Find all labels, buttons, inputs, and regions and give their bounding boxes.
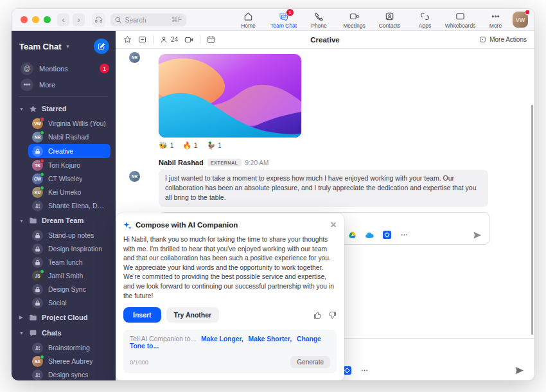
search-placeholder: Search <box>125 16 146 24</box>
members-button[interactable]: 24 <box>160 36 178 44</box>
tab-phone[interactable]: Phone <box>302 10 336 29</box>
minimize-window-button[interactable] <box>32 16 39 23</box>
reaction-fire[interactable]: 🔥1 <box>182 141 197 150</box>
try-another-button[interactable]: Try Another <box>166 307 220 323</box>
ai-companion-popup: Compose with AI Companion ✕ Hi Nabil, th… <box>116 213 344 380</box>
status-online <box>40 172 44 177</box>
close-icon[interactable]: ✕ <box>330 220 337 229</box>
insert-button[interactable]: Insert <box>123 307 161 323</box>
section-dream-team[interactable]: ▼ Dream Team <box>12 213 116 228</box>
tab-more[interactable]: More <box>479 10 513 29</box>
external-badge: EXTERNAL <box>207 159 242 166</box>
ai-instruction-box[interactable]: Tell AI Companion to... Make Longer, Mak… <box>123 330 337 373</box>
avatar: TK <box>32 160 43 171</box>
avatar: NR <box>129 171 140 182</box>
move-to-folder-icon[interactable] <box>138 35 146 44</box>
user-avatar[interactable]: VW <box>513 12 528 28</box>
video-call-icon[interactable] <box>184 35 193 44</box>
more-tools-icon[interactable] <box>359 365 369 375</box>
tab-home[interactable]: Home <box>231 10 265 29</box>
folder-icon <box>29 314 37 322</box>
send-icon[interactable] <box>514 365 524 375</box>
generate-button[interactable]: Generate <box>290 356 330 368</box>
star-channel-icon[interactable] <box>123 35 132 44</box>
chat-header: 24 Creative More Actions <box>116 31 534 49</box>
sidebar-item-stand-up-notes[interactable]: Stand-up notes <box>28 229 110 242</box>
search-input[interactable]: Search ⌘F <box>110 13 186 26</box>
more-actions-button[interactable]: More Actions <box>479 36 527 43</box>
avatar: KU <box>32 187 43 198</box>
tab-apps[interactable]: Apps <box>408 10 442 29</box>
thumbs-up-icon[interactable] <box>313 311 322 319</box>
status-online <box>40 186 44 190</box>
headset-icon[interactable] <box>92 13 105 27</box>
more-actions-icon <box>479 36 486 43</box>
new-chat-button[interactable] <box>94 39 109 54</box>
shared-wallpaper-image[interactable] <box>159 54 301 138</box>
tab-whiteboards[interactable]: Whiteboards <box>443 10 477 29</box>
scrollbar[interactable] <box>531 105 533 335</box>
sidebar-item-creative[interactable]: Creative <box>28 144 110 158</box>
sidebar-item-more[interactable]: ••• More <box>12 76 116 93</box>
reaction-row: 🐝1 🔥1 🦆1 <box>159 141 534 150</box>
tell-ai-placeholder: Tell AI Companion to... <box>130 335 196 343</box>
make-longer-link[interactable]: Make Longer, <box>201 335 243 343</box>
reaction-duck[interactable]: 🦆1 <box>207 141 222 150</box>
zoom-apps-icon[interactable] <box>382 230 392 240</box>
search-icon <box>115 17 121 23</box>
sidebar-item-brainstorming[interactable]: Brainstorming <box>28 341 110 354</box>
group-icon <box>32 200 43 211</box>
more-tools-icon[interactable] <box>399 230 409 240</box>
tab-meetings[interactable]: Meetings <box>337 10 371 29</box>
window-controls[interactable] <box>21 16 51 23</box>
status-dnd <box>40 159 44 163</box>
sidebar-item-tori-kojuro[interactable]: TK Tori Kojuro <box>28 159 110 172</box>
sidebar-item-social[interactable]: Social <box>28 296 110 309</box>
zoom-window-button[interactable] <box>44 16 51 23</box>
send-icon[interactable] <box>472 230 482 240</box>
calendar-icon[interactable] <box>207 35 215 44</box>
group-icon <box>32 370 43 380</box>
mentions-badge: 1 <box>100 64 109 73</box>
section-starred[interactable]: ▼ Starred <box>12 101 116 116</box>
top-bar: ‹ › Search ⌘F Home 1 Team Chat Phone <box>12 9 534 31</box>
team-chat-badge: 1 <box>286 9 294 17</box>
sidebar-item-team-lunch[interactable]: Team lunch <box>28 256 110 269</box>
section-project-cloud[interactable]: ▶ Project Cloud <box>12 310 116 325</box>
sidebar-item-design-syncs[interactable]: Design syncs <box>28 368 110 380</box>
duck-emoji: 🦆 <box>207 141 216 150</box>
google-drive-icon[interactable] <box>347 230 357 240</box>
caret-down-icon: ▼ <box>19 331 24 335</box>
image-message: NR <box>145 54 534 138</box>
status-online <box>40 130 44 135</box>
sidebar-item-kei-umeko[interactable]: KU Kei Umeko <box>28 186 110 199</box>
sender-name: Nabil Rashad <box>159 159 204 166</box>
sidebar-title[interactable]: Team Chat <box>19 42 62 51</box>
tab-contacts[interactable]: Contacts <box>373 10 407 29</box>
sidebar-item-ct-wiseley[interactable]: CW CT Wiseley <box>28 172 110 185</box>
forward-button[interactable]: › <box>73 13 85 26</box>
back-button[interactable]: ‹ <box>57 13 69 26</box>
sidebar-item-shante-elena-group[interactable]: Shante Elena, Daniel Bow... <box>28 199 110 212</box>
thumbs-down-icon[interactable] <box>328 311 337 319</box>
sidebar-item-jamil-smith[interactable]: JS Jamil Smith <box>28 269 110 282</box>
home-icon <box>243 12 253 21</box>
sidebar-item-nabil-rashad[interactable]: NR Nabil Rashad <box>28 130 110 143</box>
reaction-bee[interactable]: 🐝1 <box>159 141 173 150</box>
cloud-storage-icon[interactable] <box>364 230 374 240</box>
sidebar-item-design-sync[interactable]: Design Sync <box>28 283 110 296</box>
section-chats[interactable]: ▼ Chats <box>12 325 116 341</box>
message-meta: Nabil Rashad EXTERNAL 9:20 AM <box>159 159 534 166</box>
lock-icon <box>32 257 43 268</box>
sidebar-item-virginia-willis[interactable]: VW Virginia Willis (You) <box>28 117 110 130</box>
more-icon <box>491 12 500 21</box>
make-shorter-link[interactable]: Make Shorter, <box>249 335 292 343</box>
phone-icon <box>314 12 324 21</box>
sidebar-item-design-inspiration[interactable]: Design Inspiration <box>28 242 110 255</box>
close-window-button[interactable] <box>21 16 28 23</box>
app-window: ‹ › Search ⌘F Home 1 Team Chat Phone <box>12 9 534 380</box>
sidebar-item-sheree-aubrey[interactable]: SA Sheree Aubrey <box>28 355 110 368</box>
tab-team-chat[interactable]: 1 Team Chat <box>267 10 301 29</box>
sidebar-item-mentions[interactable]: @ Mentions 1 <box>12 60 116 76</box>
caret-down-icon: ▼ <box>19 107 24 111</box>
